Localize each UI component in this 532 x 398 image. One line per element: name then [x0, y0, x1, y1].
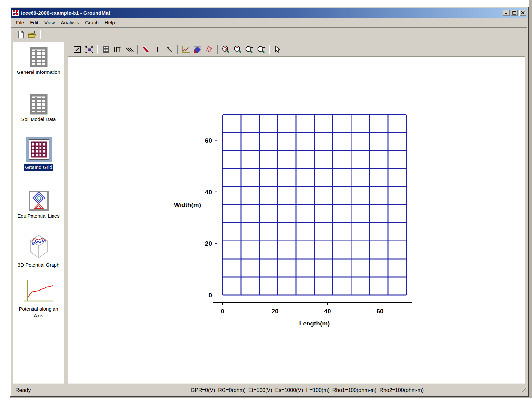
equipotential-plot-button[interactable]	[192, 44, 203, 55]
gpr-arrow-button[interactable]	[203, 44, 215, 55]
toolbar-separator	[137, 45, 138, 54]
sidebar-item-label: General Information	[17, 69, 60, 75]
3d-potential-graph-icon	[28, 235, 49, 260]
app-icon	[12, 10, 19, 16]
toolbar-separator	[269, 45, 270, 54]
menu-help[interactable]: Help	[102, 19, 118, 26]
window-title: ieee80-2000-example-b1 - GroundMat	[21, 10, 502, 16]
add-vertical-conductor-icon	[153, 45, 162, 54]
table-icon	[29, 94, 49, 115]
desktop-background	[529, 0, 532, 398]
zoom-page-button[interactable]	[232, 44, 244, 55]
zoom-out-icon	[256, 45, 266, 54]
minimize-button[interactable]	[503, 10, 510, 16]
svg-text:Length(m): Length(m)	[299, 320, 330, 327]
svg-text:40: 40	[324, 308, 331, 315]
sidebar-item-label: Potential along an Axis	[14, 306, 63, 319]
content-area: General Information Soil Model Data	[11, 41, 527, 385]
navigation-sidebar: General Information Soil Model Data	[13, 42, 64, 384]
main-panel: 02040600204060Width(m)Length(m)	[68, 42, 525, 384]
sidebar-item-label: EquiPotential Lines	[17, 213, 59, 219]
diagonal-conductors-button[interactable]	[123, 44, 135, 55]
conductor-table-icon	[101, 45, 111, 54]
svg-text:0: 0	[208, 292, 212, 299]
add-conductor-icon	[141, 45, 151, 54]
status-ready-text: Ready	[15, 388, 31, 393]
zoom-in-icon	[245, 45, 254, 54]
fit-to-window-button[interactable]	[72, 44, 83, 55]
zoom-out-button[interactable]	[255, 44, 267, 55]
title-bar[interactable]: ieee80-2000-example-b1 - GroundMat	[11, 8, 527, 18]
maximize-button[interactable]	[511, 10, 518, 16]
open-folder-icon	[27, 30, 37, 39]
vertical-conductors-button[interactable]	[112, 44, 123, 55]
status-ready-panel: Ready	[13, 387, 186, 394]
zoom-page-icon	[233, 45, 243, 54]
equipotential-lines-icon	[29, 191, 49, 211]
new-document-icon	[16, 30, 25, 39]
sidebar-item-equipotential-lines[interactable]: EquiPotential Lines	[13, 191, 64, 219]
potential-graph-icon	[181, 45, 191, 54]
status-bar: Ready GPR=0(V) RG=0(ohm) Et=500(V) Es=10…	[11, 385, 527, 395]
open-file-button[interactable]	[26, 29, 37, 40]
svg-text:40: 40	[205, 189, 212, 196]
chart-canvas[interactable]: 02040600204060Width(m)Length(m)	[68, 57, 525, 383]
expand-view-button[interactable]	[83, 44, 95, 55]
sidebar-item-label: Soil Model Data	[21, 116, 56, 123]
menu-bar: File Edit View Analysis Graph Help	[11, 18, 527, 27]
svg-text:Width(m): Width(m)	[174, 201, 201, 208]
svg-text:20: 20	[271, 308, 278, 315]
sidebar-item-ground-grid[interactable]: Ground Grid	[13, 137, 64, 171]
new-file-button[interactable]	[15, 29, 26, 40]
zoom-window-icon	[221, 45, 231, 54]
close-button[interactable]	[519, 10, 526, 16]
toolbar-separator	[286, 45, 286, 54]
select-pointer-icon	[273, 45, 283, 54]
resize-grip-icon[interactable]	[521, 387, 526, 394]
graph-toolbar	[68, 42, 525, 57]
chart-svg: 02040600204060Width(m)Length(m)	[68, 57, 526, 385]
ground-grid-icon	[26, 137, 52, 162]
gpr-arrow-icon	[204, 45, 214, 54]
add-diagonal-conductor-icon	[164, 45, 174, 54]
vertical-conductors-icon	[113, 45, 122, 54]
sidebar-item-label: Ground Grid	[24, 164, 53, 171]
menu-file[interactable]: File	[13, 19, 27, 26]
menu-edit[interactable]: Edit	[27, 19, 41, 26]
sidebar-item-3d-potential-graph[interactable]: 3D Potential Graph	[13, 235, 64, 268]
diagonal-conductors-icon	[124, 45, 134, 54]
zoom-window-button[interactable]	[220, 44, 232, 55]
sidebar-item-general-information[interactable]: General Information	[13, 47, 64, 75]
sidebar-item-label: 3D Potential Graph	[18, 262, 60, 268]
expand-view-icon	[84, 45, 94, 54]
sidebar-item-soil-model-data[interactable]: Soil Model Data	[13, 94, 64, 123]
toolbar-separator	[40, 30, 41, 39]
svg-text:60: 60	[376, 308, 383, 315]
add-diagonal-conductor-button[interactable]	[163, 44, 175, 55]
toolbar-separator	[177, 45, 178, 54]
potential-along-axis-icon	[23, 279, 54, 304]
fit-to-window-icon	[73, 45, 82, 54]
toolbar-separator	[97, 45, 98, 54]
potential-graph-button[interactable]	[180, 44, 192, 55]
status-parameters-panel: GPR=0(V) RG=0(ohm) Et=500(V) Es=1000(V) …	[188, 387, 509, 394]
svg-text:20: 20	[205, 240, 212, 247]
zoom-in-button[interactable]	[244, 44, 255, 55]
add-vertical-conductor-button[interactable]	[152, 44, 163, 55]
add-conductor-button[interactable]	[140, 44, 152, 55]
equipotential-plot-icon	[193, 45, 202, 54]
menu-graph[interactable]: Graph	[82, 19, 102, 26]
select-pointer-button[interactable]	[272, 44, 284, 55]
table-icon	[29, 47, 49, 67]
svg-text:60: 60	[205, 137, 212, 144]
sidebar-item-potential-along-axis[interactable]: Potential along an Axis	[13, 279, 64, 319]
menu-analysis[interactable]: Analysis	[58, 19, 82, 26]
file-toolbar	[11, 27, 527, 41]
menu-view[interactable]: View	[41, 19, 58, 26]
svg-text:0: 0	[221, 308, 224, 315]
application-window: ieee80-2000-example-b1 - GroundMat File …	[10, 7, 529, 397]
status-parameters-text: GPR=0(V) RG=0(ohm) Et=500(V) Es=1000(V) …	[191, 388, 424, 393]
toolbar-separator	[217, 45, 218, 54]
conductor-table-button[interactable]	[100, 44, 112, 55]
